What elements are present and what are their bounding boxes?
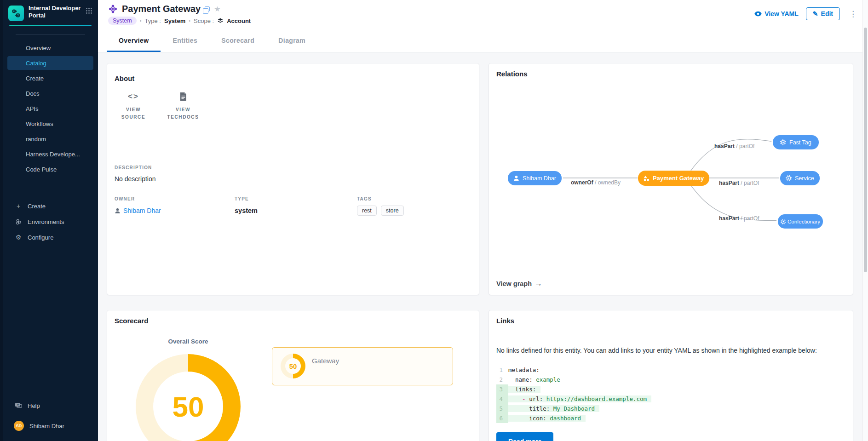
logo-underline — [9, 25, 92, 26]
relations-card: Relations Shibam Dhar Payment Gateway Fa… — [489, 63, 853, 295]
sidebar-divider-2 — [9, 186, 92, 186]
code-line-highlighted: 6 icon: dashboard — [496, 413, 845, 423]
scope-label: Scope : — [194, 17, 214, 24]
sidebar-item-docs[interactable]: Docs — [7, 86, 93, 100]
page-title: Payment Gateway — [122, 4, 201, 14]
code-line-highlighted: 5 title: My Dashboard — [496, 404, 845, 413]
relation-node-confectionary[interactable]: Confectionary — [778, 214, 823, 229]
scope-value: Account — [227, 17, 251, 24]
tag-chip[interactable]: store — [381, 206, 404, 216]
app-grid-icon[interactable] — [86, 7, 92, 16]
sidebar-action-environments[interactable]: Environments — [7, 215, 93, 229]
sidebar-item-overview[interactable]: Overview — [7, 41, 93, 55]
user-name: Shibam Dhar — [29, 423, 64, 430]
edge-label-haspart-middle: hasPart / partOf — [719, 180, 759, 186]
person-icon — [513, 175, 519, 181]
view-source-button[interactable]: <> VIEW SOURCE — [115, 92, 152, 121]
document-icon — [180, 92, 187, 102]
person-icon — [115, 208, 121, 214]
sidebar-item-random[interactable]: random — [7, 132, 93, 146]
view-techdocs-button[interactable]: VIEW TECHDOCS — [164, 92, 202, 121]
read-more-button[interactable]: Read more — [496, 432, 553, 441]
code-line-highlighted: 3 links: — [496, 384, 845, 394]
overall-score-label: Overall Score — [135, 338, 241, 345]
star-icon[interactable]: ★ — [214, 6, 220, 13]
links-card: Links No links defined for this entity. … — [489, 310, 853, 441]
chip-icon — [786, 175, 792, 181]
sidebar-action-create[interactable]: + Create — [7, 199, 93, 213]
type-field-value: system — [235, 207, 357, 214]
edge-label-haspart-bottom: hasPart / partOf — [719, 215, 759, 222]
relation-node-service[interactable]: Service — [780, 171, 820, 185]
help-icon: ? — [15, 402, 22, 409]
portal-title: Internal Developer Portal — [29, 5, 81, 20]
arrow-right-icon: → — [535, 279, 542, 288]
view-yaml-button[interactable]: View YAML — [754, 10, 799, 17]
portal-logo-icon — [8, 6, 24, 21]
scorecard-card: Scorecard Overall Score 50 50 Gateway Si… — [107, 310, 479, 441]
type-label: Type : — [145, 17, 161, 24]
eye-icon — [754, 11, 762, 17]
sidebar: Internal Developer Portal Overview Catal… — [0, 0, 98, 441]
sidebar-item-workflows[interactable]: Workflows — [7, 117, 93, 131]
more-options-icon[interactable]: ⋮ — [847, 10, 859, 18]
edge-label-ownerof: ownerOf / ownedBy — [571, 179, 621, 186]
help-button[interactable]: ? Help — [7, 399, 93, 412]
copy-icon[interactable] — [205, 6, 210, 11]
type-value: System — [164, 17, 185, 24]
relation-node-payment-gateway[interactable]: Payment Gateway — [638, 171, 709, 186]
system-entity-icon — [108, 4, 118, 14]
svg-text:?: ? — [17, 404, 19, 407]
chip-icon — [781, 219, 786, 224]
code-line-highlighted: 4 - url: https://dashboard.example.com — [496, 394, 845, 404]
user-avatar: SD — [14, 421, 24, 431]
gateway-score-value: 50 — [281, 354, 305, 378]
scorecard-gateway-card[interactable]: 50 Gateway Silver Tier — [272, 347, 453, 385]
scorecard-title: Scorecard — [115, 317, 148, 325]
about-card: About <> VIEW SOURCE VIEW TECHDOCS DESCR… — [107, 63, 479, 295]
dot-separator: • — [140, 18, 142, 23]
yaml-example-code: 1metadata: 2 name: example 3 links: 4 - … — [496, 365, 845, 423]
entity-tabs: Overview Entities Scorecard Diagram — [98, 28, 868, 52]
edit-button[interactable]: ✎ Edit — [806, 7, 840, 20]
links-title: Links — [496, 317, 845, 325]
system-shape-icon — [644, 175, 650, 181]
relation-node-shibam-dhar[interactable]: Shibam Dhar — [508, 171, 562, 185]
tab-diagram[interactable]: Diagram — [266, 28, 317, 52]
description-label: DESCRIPTION — [115, 165, 471, 170]
links-empty-text: No links defined for this entity. You ca… — [496, 347, 845, 354]
dot-separator: • — [189, 18, 190, 23]
description-value: No description — [115, 175, 471, 183]
overall-score-value: 50 — [136, 354, 241, 441]
plus-icon: + — [15, 202, 22, 210]
tab-scorecard[interactable]: Scorecard — [209, 28, 266, 52]
user-menu[interactable]: SD Shibam Dhar — [7, 419, 93, 433]
environments-icon — [15, 218, 22, 225]
tab-entities[interactable]: Entities — [161, 28, 209, 52]
sidebar-item-apis[interactable]: APIs — [7, 102, 93, 115]
gear-icon: ⚙ — [15, 234, 22, 241]
scrollbar-thumb[interactable] — [864, 28, 867, 272]
owner-link[interactable]: Shibam Dhar — [115, 207, 235, 214]
sidebar-item-harness-developer[interactable]: Harness Develope... — [7, 147, 93, 161]
page-scrollbar — [862, 0, 868, 441]
tab-overview[interactable]: Overview — [107, 28, 161, 52]
relation-node-fast-tag[interactable]: Fast Tag — [773, 135, 819, 149]
tags-label: TAGS — [357, 196, 471, 201]
gateway-score-donut: 50 — [281, 354, 305, 378]
sidebar-nav: Overview Catalog Create Docs APIs Workfl… — [3, 38, 98, 179]
entity-header: Payment Gateway ★ System • Type : System… — [98, 0, 868, 28]
sidebar-action-configure[interactable]: ⚙ Configure — [7, 230, 93, 244]
about-title: About — [115, 74, 471, 82]
account-scope-icon — [217, 17, 224, 24]
sidebar-divider — [16, 34, 85, 35]
pencil-icon: ✎ — [813, 10, 818, 17]
sidebar-item-create[interactable]: Create — [7, 71, 93, 85]
tag-chip[interactable]: rest — [357, 206, 377, 216]
sidebar-item-code-pulse[interactable]: Code Pulse — [7, 162, 93, 176]
overall-score-donut: 50 — [136, 354, 241, 441]
view-graph-link[interactable]: View graph→ — [496, 279, 542, 288]
chip-icon — [780, 139, 786, 145]
sidebar-item-catalog[interactable]: Catalog — [7, 56, 93, 70]
edge-label-haspart-top: hasPart / partOf — [714, 143, 754, 149]
